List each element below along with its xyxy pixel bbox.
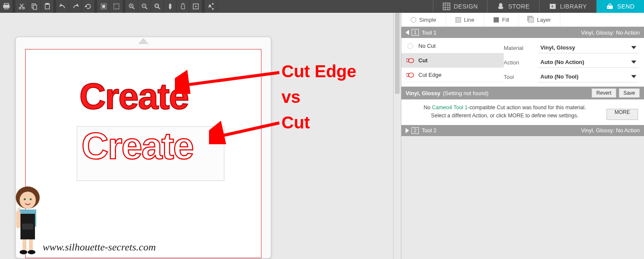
svg-rect-24 [156, 5, 158, 7]
subtab-layer[interactable]: Layer [519, 13, 561, 26]
tab-store-label: STORE [508, 3, 529, 10]
svg-line-23 [158, 7, 160, 9]
option-cut[interactable]: Cut [401, 53, 504, 68]
svg-rect-55 [23, 239, 26, 251]
vertical-scrollbar[interactable] [393, 13, 401, 259]
option-nocut-label: No Cut [418, 43, 435, 49]
cut-tool-icon[interactable] [15, 0, 28, 13]
svg-point-22 [155, 4, 159, 8]
tool1-number: 1 [412, 29, 419, 36]
zoom-area-icon[interactable] [151, 0, 164, 13]
svg-point-4 [22, 7, 24, 9]
revert-button[interactable]: Revert [592, 88, 616, 98]
selection-box[interactable]: Create [77, 126, 224, 181]
zoom-selection-icon[interactable] [164, 0, 177, 13]
tool1-status: Vinyl, Glossy: No Action [581, 29, 640, 36]
notfound-text: (Setting not found) [443, 90, 488, 96]
svg-point-60 [409, 58, 414, 63]
square-fill-icon [493, 17, 499, 23]
svg-rect-14 [114, 4, 119, 9]
canvas-area[interactable]: Create Create Cut Edge vs Cut [0, 13, 393, 259]
svg-point-48 [20, 192, 36, 209]
tab-library-label: LIBRARY [560, 3, 587, 10]
zoom-in-icon[interactable] [125, 0, 138, 13]
expand-right-icon [406, 128, 409, 133]
subtab-line-label: Line [464, 17, 475, 23]
tab-library[interactable]: LIBRARY [539, 0, 596, 13]
svg-marker-33 [212, 9, 214, 10]
material-dropdown[interactable]: Vinyl, Glossy [538, 42, 639, 53]
more-button[interactable]: MORE [606, 109, 638, 120]
chevron-down-icon [631, 46, 636, 49]
annotation-cut: Cut [281, 113, 310, 132]
option-nocut[interactable]: No Cut [401, 39, 504, 53]
warning-message: No Cameo4 Tool 1-compatible Cut action w… [401, 99, 644, 125]
paste-icon[interactable] [41, 0, 54, 13]
tool1-header[interactable]: 1 Tool 1 Vinyl, Glossy: No Action [401, 27, 644, 38]
warning-text: No Cameo4 Tool 1-compatible Cut action w… [407, 104, 602, 120]
refresh-icon[interactable] [82, 0, 95, 13]
print-icon[interactable] [0, 0, 13, 13]
tool1-body: No Cut Cut Cut Edge Material Vinyl, Glos… [401, 38, 644, 87]
select-all-icon[interactable] [97, 0, 110, 13]
nav-tabs: DESIGN STORE LIBRARY SEND [433, 0, 644, 13]
tab-send[interactable]: SEND [596, 0, 644, 13]
pan-icon[interactable] [177, 0, 189, 13]
tool-dropdown[interactable]: Auto (No Tool) [538, 71, 639, 82]
svg-point-62 [409, 73, 414, 77]
undo-icon[interactable] [56, 0, 69, 13]
design-text-2: Create [81, 124, 193, 168]
subtab-simple-label: Simple [419, 17, 436, 23]
svg-rect-1 [3, 5, 9, 8]
svg-line-5 [20, 4, 23, 7]
chevron-down-icon [631, 61, 636, 64]
design-page: Create Create [25, 49, 261, 258]
subtab-fill[interactable]: Fill [484, 13, 519, 26]
tool2-header[interactable]: 2 Tool 2 Vinyl, Glossy: No Action [401, 125, 644, 136]
feed-arrow-icon [138, 38, 148, 44]
notfound-material: Vinyl, Glossy [406, 90, 440, 96]
subtab-layer-label: Layer [537, 17, 551, 23]
svg-rect-56 [29, 239, 33, 251]
tool-link[interactable]: Cameo4 Tool 1 [432, 105, 468, 111]
cutting-mat: Create Create [15, 37, 271, 259]
svg-line-6 [20, 4, 23, 7]
tab-store[interactable]: STORE [487, 0, 539, 13]
tool2-status: Vinyl, Glossy: No Action [581, 127, 640, 134]
text-direction-icon[interactable]: A [205, 0, 218, 13]
tool-label: Tool [504, 74, 534, 80]
collapse-left-icon [406, 30, 409, 35]
zoom-out-icon[interactable] [138, 0, 151, 13]
svg-rect-0 [4, 3, 9, 5]
subtab-simple[interactable]: Simple [401, 13, 446, 26]
watermark: www.silhouette-secrets.com [43, 242, 156, 253]
send-subtabs: Simple Line Fill Layer [401, 13, 644, 27]
svg-point-3 [19, 7, 20, 9]
svg-line-16 [133, 7, 134, 9]
copy-icon[interactable] [28, 0, 41, 13]
svg-point-57 [20, 250, 27, 254]
action-label: Action [504, 59, 534, 66]
material-label: Material [504, 45, 534, 51]
top-toolbar: A DESIGN STORE LIBRARY SEND [0, 0, 644, 13]
tool2-number: 2 [412, 127, 419, 134]
action-dropdown[interactable]: Auto (No Action) [538, 57, 639, 68]
svg-point-42 [608, 7, 609, 8]
option-cutedge[interactable]: Cut Edge [401, 68, 504, 82]
svg-rect-10 [46, 3, 49, 5]
fit-page-icon[interactable] [189, 0, 202, 13]
redo-icon[interactable] [69, 0, 82, 13]
circle-icon [411, 17, 416, 23]
toolbar-left: A [0, 0, 218, 13]
design-text-1[interactable]: Create [79, 75, 189, 117]
cut-settings: Material Vinyl, Glossy Action Auto (No A… [504, 39, 644, 84]
option-cut-label: Cut [418, 57, 428, 64]
svg-rect-54 [16, 210, 20, 228]
tool1-label: Tool 1 [422, 29, 437, 36]
subtab-line[interactable]: Line [446, 13, 484, 26]
save-button[interactable]: Save [619, 88, 640, 98]
tab-design[interactable]: DESIGN [433, 0, 487, 13]
svg-text:A: A [209, 4, 212, 8]
marquee-icon[interactable] [110, 0, 123, 13]
svg-rect-53 [22, 224, 33, 230]
